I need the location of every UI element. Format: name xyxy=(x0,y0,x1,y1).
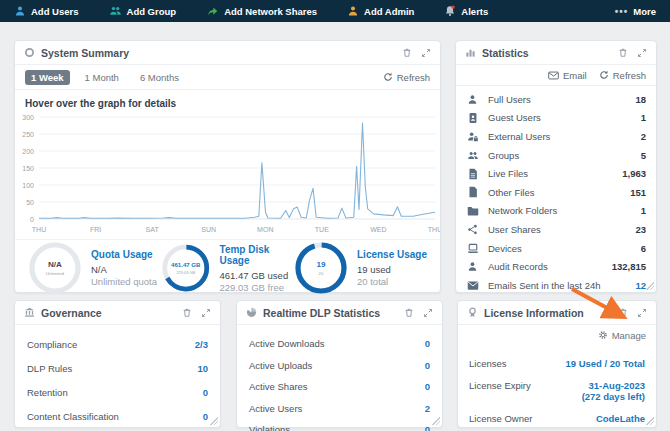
expand-widget-icon[interactable] xyxy=(423,308,433,318)
activity-line-chart[interactable]: 050100150200250300THUFRISATSUNMONTUEWEDT… xyxy=(15,111,440,239)
license-header: License Information xyxy=(458,301,656,325)
svg-text:SUN: SUN xyxy=(201,226,216,233)
resize-grip[interactable] xyxy=(431,416,440,425)
row-active-downloads: Active Downloads 0 xyxy=(249,333,430,355)
users-group-icon xyxy=(466,150,479,161)
email-label: Email xyxy=(563,70,587,81)
stat-row-full-users: Full Users 18 xyxy=(466,90,646,109)
bank-icon xyxy=(24,304,35,322)
tab-1-week[interactable]: 1 Week xyxy=(25,70,70,85)
dlp-header: Realtime DLP Statistics xyxy=(237,301,442,325)
refresh-button[interactable]: Refresh xyxy=(599,70,646,81)
expand-widget-icon[interactable] xyxy=(637,308,647,318)
svg-text:150: 150 xyxy=(22,165,34,172)
governance-header: Governance xyxy=(15,301,220,325)
svg-text:TUE: TUE xyxy=(315,226,329,233)
stat-row-emails-sent: Emails Sent in the last 24h 12 xyxy=(466,276,646,295)
user-lock-icon xyxy=(466,131,479,142)
stat-row-other-files: Other Files 151 xyxy=(466,183,646,202)
temp-disk-usage-group: 461.47 GB 229.03 GB Temp Disk Usage 461.… xyxy=(162,242,295,294)
row-retention: Retention 0 xyxy=(27,381,208,405)
statistics-panel: Statistics Email Refresh Full Users 18 xyxy=(455,40,657,293)
governance-panel: Governance Compliance 2/3 DLP Rules 10 R… xyxy=(14,300,221,428)
license-information-panel: License Information Manage Licenses 19 U… xyxy=(457,300,657,428)
svg-text:FRI: FRI xyxy=(90,226,101,233)
add-admin-button[interactable]: Add Admin xyxy=(347,5,414,17)
resize-grip[interactable] xyxy=(645,416,654,425)
quota-usage-value: N/A xyxy=(91,264,157,275)
tab-1-month[interactable]: 1 Month xyxy=(79,70,125,85)
row-licenses: Licenses 19 Used / 20 Total xyxy=(469,353,645,375)
license-usage-title: License Usage xyxy=(357,249,427,260)
add-network-shares-button[interactable]: Add Network Shares xyxy=(206,5,317,17)
license-rows: Licenses 19 Used / 20 Total License Expi… xyxy=(458,345,656,430)
expand-widget-icon[interactable] xyxy=(421,48,431,58)
laptop-icon xyxy=(466,243,479,254)
refresh-icon xyxy=(383,72,393,82)
expand-widget-icon[interactable] xyxy=(201,308,211,318)
license-usage-total: 20 total xyxy=(357,276,427,287)
resize-grip[interactable] xyxy=(209,416,218,425)
share-nodes-icon xyxy=(466,224,479,235)
temp-disk-free: 229.03 GB free xyxy=(220,282,295,293)
row-active-users: Active Users 2 xyxy=(249,398,430,420)
panel-title: License Information xyxy=(484,307,584,319)
remove-widget-icon[interactable] xyxy=(402,47,412,58)
refresh-label: Refresh xyxy=(397,72,430,83)
period-tabs: 1 Week 1 Month 6 Months Refresh xyxy=(15,65,440,90)
nav-label: Add Admin xyxy=(364,6,414,17)
manage-label: Manage xyxy=(612,330,646,341)
add-users-button[interactable]: Add Users xyxy=(14,5,79,17)
pie-chart-icon xyxy=(246,304,257,322)
panel-title: Statistics xyxy=(482,47,529,59)
more-menu-button[interactable]: ••• More xyxy=(615,6,656,17)
alerts-button[interactable]: Alerts xyxy=(444,5,488,17)
quota-usage-donut: N/A Unlimited xyxy=(29,242,81,294)
ellipsis-icon: ••• xyxy=(615,6,629,17)
realtime-dlp-panel: Realtime DLP Statistics Active Downloads… xyxy=(236,300,443,428)
stat-row-guest-users: Guest Users 1 xyxy=(466,109,646,128)
resize-grip[interactable] xyxy=(645,281,654,290)
certificate-icon xyxy=(467,304,478,322)
svg-text:50: 50 xyxy=(26,199,34,206)
id-badge-icon xyxy=(466,112,479,124)
remove-widget-icon[interactable] xyxy=(404,307,414,318)
row-license-expiry: License Expiry 31-Aug-2023 (272 days lef… xyxy=(469,375,645,408)
nav-label: Add Users xyxy=(31,6,79,17)
manage-license-button[interactable]: Manage xyxy=(458,325,656,345)
remove-widget-icon[interactable] xyxy=(182,307,192,318)
svg-text:250: 250 xyxy=(22,131,34,138)
dlp-rows: Active Downloads 0 Active Uploads 0 Acti… xyxy=(237,325,442,431)
gear-icon xyxy=(598,330,608,340)
row-license-owner: License Owner CodeLathe xyxy=(469,408,645,430)
stat-row-groups: Groups 5 xyxy=(466,146,646,165)
stat-row-live-files: Live Files 1,963 xyxy=(466,164,646,183)
panel-title: System Summary xyxy=(41,47,129,59)
tab-6-months[interactable]: 6 Months xyxy=(134,70,185,85)
svg-text:Unlimited: Unlimited xyxy=(46,271,65,276)
statistics-rows: Full Users 18 Guest Users 1 External Use… xyxy=(456,86,656,295)
remove-widget-icon[interactable] xyxy=(618,307,628,318)
row-content-classification: Content Classification 0 xyxy=(27,405,208,429)
audit-user-icon xyxy=(466,261,479,272)
add-group-icon xyxy=(109,5,122,17)
quota-usage-sub: Unlimited quota xyxy=(91,276,157,287)
email-button[interactable]: Email xyxy=(548,70,587,81)
row-compliance: Compliance 2/3 xyxy=(27,333,208,357)
refresh-button[interactable]: Refresh xyxy=(383,72,430,83)
temp-disk-donut: 461.47 GB 229.03 GB xyxy=(162,242,210,294)
quota-usage-group: N/A Unlimited Quota Usage N/A Unlimited … xyxy=(29,242,162,294)
svg-text:229.03 GB: 229.03 GB xyxy=(176,270,195,275)
add-user-icon xyxy=(14,5,26,17)
refresh-icon xyxy=(599,70,609,80)
chart-hint: Hover over the graph for details xyxy=(25,98,430,109)
governance-rows: Compliance 2/3 DLP Rules 10 Retention 0 … xyxy=(15,325,220,429)
expand-widget-icon[interactable] xyxy=(637,48,647,58)
user-icon xyxy=(466,94,479,105)
system-summary-panel: System Summary 1 Week 1 Month 6 Months R… xyxy=(14,40,441,293)
file-lines-icon xyxy=(466,168,479,180)
stat-row-network-folders: Network Folders 1 xyxy=(466,202,646,221)
add-group-button[interactable]: Add Group xyxy=(109,5,177,17)
remove-widget-icon[interactable] xyxy=(618,47,628,58)
svg-text:WED: WED xyxy=(370,226,386,233)
